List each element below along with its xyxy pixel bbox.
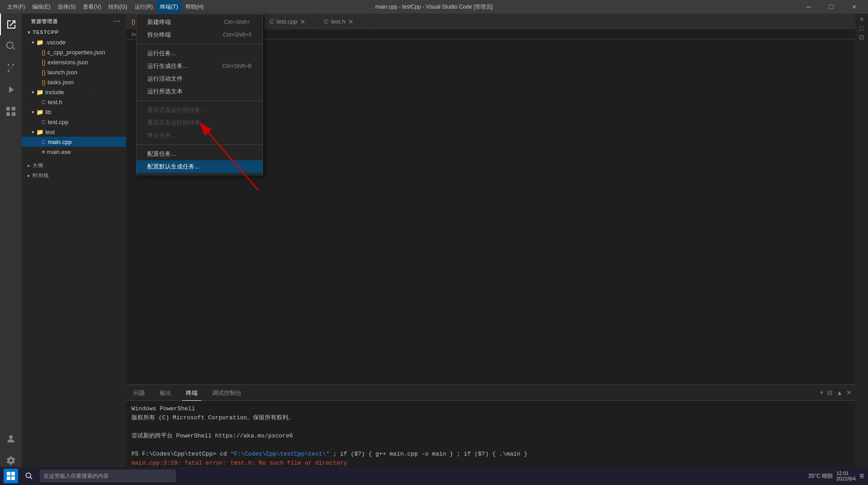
menu-section-2: 运行任务... 运行生成任务... Ctrl+Shift+B 运行活动文件 运行… <box>136 45 262 100</box>
menu-run-selected-text-label: 运行所选文本 <box>147 87 183 96</box>
menu-configure-task-label: 配置任务... <box>147 150 176 158</box>
activity-run-debug[interactable] <box>0 79 22 101</box>
window-controls: ✕ <box>798 0 864 14</box>
tree-item-test[interactable]: ▾ 📁 test <box>22 127 126 137</box>
tree-label-tasks: tasks.json <box>48 79 74 86</box>
menu-split-terminal[interactable]: 拆分终端 Ctrl+Shift+5 <box>136 29 262 41</box>
taskbar-search[interactable] <box>22 469 36 483</box>
menu-run-selected-text[interactable]: 运行所选文本 <box>136 85 262 98</box>
right-icon-1[interactable]: ≡ <box>860 15 863 23</box>
menu-restart-running-task-label: 重启正在运行的任务... <box>147 119 205 127</box>
menu-file[interactable]: 文件(F) <box>4 0 29 14</box>
terminal-tab-debug[interactable]: 调试控制台 <box>209 385 245 401</box>
tree-item-outline[interactable]: ▸ 大纲 <box>22 160 126 170</box>
terminal-add-button[interactable]: + <box>820 389 824 397</box>
menu-run-build-task[interactable]: 运行生成任务... Ctrl+Shift+B <box>136 60 262 72</box>
tree-root[interactable]: ▾ TESTCPP <box>22 27 126 37</box>
sidebar-more-button[interactable]: ··· <box>113 17 121 25</box>
menu-new-terminal[interactable]: 新建终端 Ctrl+Shift+` <box>136 16 262 29</box>
menu-bar: 文件(F) 编辑(E) 选择(S) 查看(V) 转到(G) 运行(R) 终端(T… <box>4 0 207 14</box>
terminal-tab-problems[interactable]: 问题 <box>130 385 149 401</box>
terminal-maximize-button[interactable]: ▲ <box>836 389 843 396</box>
tab-testh[interactable]: C test.h ✕ <box>319 14 373 29</box>
menu-configure-default-build-task[interactable]: 配置默认生成任务... <box>136 160 262 173</box>
tree-item-timeline[interactable]: ▸ 时间线 <box>22 170 126 180</box>
outline-label: 大纲 <box>33 162 44 169</box>
menu-section-4: 配置任务... 配置默认生成任务... <box>136 146 262 175</box>
tree-item-vscode[interactable]: ▾ 📁 .vscode <box>22 37 126 47</box>
tab-testcpp[interactable]: C test.cpp ✕ <box>264 14 319 29</box>
activity-extensions[interactable] <box>0 101 22 122</box>
tree-label-maincpp: main.cpp <box>48 139 72 145</box>
term-line-7: main.cpp:3:10: fatal error: test.h: No s… <box>131 459 850 468</box>
sidebar-title: 资源管理器 <box>31 18 58 25</box>
svg-rect-5 <box>6 107 10 110</box>
timeline-label: 时间线 <box>33 172 49 179</box>
tree-label-lib: lib <box>45 109 51 115</box>
maximize-button[interactable] <box>821 0 842 14</box>
app-container: 资源管理器 ··· ▾ TESTCPP ▾ 📁 .vscode {} c_cpp… <box>0 14 868 475</box>
tree-item-lib[interactable]: ▾ 📁 lib <box>22 107 126 117</box>
tab-icon-testcpp: C <box>270 18 274 25</box>
menu-run-task[interactable]: 运行任务... <box>136 47 262 60</box>
terminal-close-button[interactable]: ✕ <box>846 389 852 396</box>
svg-rect-1 <box>829 5 834 9</box>
menu-terminate-task: 终止任务... <box>136 129 262 142</box>
menu-run[interactable]: 运行(R) <box>131 0 157 14</box>
svg-rect-6 <box>12 107 15 110</box>
svg-point-9 <box>9 435 13 439</box>
tree-item-testh[interactable]: C test.h <box>22 97 126 107</box>
menu-run-build-task-label: 运行生成任务... <box>147 62 188 70</box>
activity-explorer[interactable] <box>0 14 22 35</box>
menu-run-task-label: 运行任务... <box>147 49 176 58</box>
menu-terminal[interactable]: 终端(T) <box>156 0 181 14</box>
menu-goto[interactable]: 转到(G) <box>105 0 131 14</box>
tree-label-extensions: extensions.json <box>48 59 88 66</box>
terminal-content: Windows PowerShell 版权所有 (C) Microsoft Co… <box>126 401 855 475</box>
right-icon-2[interactable]: □ <box>860 24 863 32</box>
terminal-split-button[interactable]: ⊟ <box>827 389 833 396</box>
terminal-controls: + ⊟ ▲ ✕ <box>820 389 852 397</box>
menu-divider-3 <box>136 144 262 145</box>
activity-source-control[interactable] <box>0 57 22 79</box>
terminal-panel: 问题 输出 终端 调试控制台 + ⊟ ▲ ✕ Windows PowerShel… <box>126 384 855 475</box>
tab-close-testcpp[interactable]: ✕ <box>300 18 305 25</box>
tree-label-vscode: .vscode <box>45 39 66 46</box>
menu-configure-default-build-task-label: 配置默认生成任务... <box>147 163 199 171</box>
tree-item-testcpp[interactable]: C test.cpp <box>22 117 126 127</box>
terminal-dropdown-menu: 新建终端 Ctrl+Shift+` 拆分终端 Ctrl+Shift+5 运行任务… <box>136 14 263 175</box>
menu-select[interactable]: 选择(S) <box>54 0 79 14</box>
term-line-2: 版权所有 (C) Microsoft Corporation。保留所有权利。 <box>131 413 850 423</box>
activity-account[interactable] <box>0 428 22 450</box>
svg-point-4 <box>8 70 10 72</box>
tree-label-testcpp: test.cpp <box>48 119 68 125</box>
activity-search[interactable] <box>0 35 22 57</box>
menu-section-1: 新建终端 Ctrl+Shift+` 拆分终端 Ctrl+Shift+5 <box>136 14 262 43</box>
terminal-tab-output[interactable]: 输出 <box>156 385 175 401</box>
tree-item-mainexe[interactable]: ≡ main.exe <box>22 147 126 157</box>
activity-bar <box>0 14 22 475</box>
tree-item-cpp-properties[interactable]: {} c_cpp_properties.json <box>22 47 126 57</box>
tab-close-testh[interactable]: ✕ <box>348 18 354 25</box>
terminal-tab-terminal[interactable]: 终端 <box>182 385 201 401</box>
tree-item-tasks[interactable]: {} tasks.json <box>22 77 126 87</box>
menu-help[interactable]: 帮助(H) <box>182 0 208 14</box>
tree-item-launch[interactable]: {} launch.json <box>22 67 126 77</box>
menu-view[interactable]: 查看(V) <box>79 0 105 14</box>
minimize-button[interactable] <box>798 0 819 14</box>
taskbar-time: 12:012022/8/4 <box>836 471 856 481</box>
term-line-3 <box>131 423 850 432</box>
menu-terminate-task-label: 终止任务... <box>147 131 176 139</box>
tree-item-include[interactable]: ▾ 📁 include <box>22 87 126 97</box>
right-panel-icons: ≡ □ ⊡ <box>855 14 868 475</box>
taskbar-search-box[interactable]: 在这里输入你要搜索的内容 <box>40 470 176 482</box>
menu-edit[interactable]: 编辑(E) <box>29 0 54 14</box>
tree-item-extensions[interactable]: {} extensions.json <box>22 57 126 67</box>
menu-configure-task[interactable]: 配置任务... <box>136 148 262 160</box>
tree-item-maincpp[interactable]: C main.cpp <box>22 137 126 147</box>
close-button[interactable]: ✕ <box>844 0 864 14</box>
right-icon-3[interactable]: ⊡ <box>859 34 864 41</box>
svg-point-2 <box>8 64 10 66</box>
start-button[interactable] <box>4 469 18 483</box>
menu-run-active-file[interactable]: 运行活动文件 <box>136 72 262 85</box>
